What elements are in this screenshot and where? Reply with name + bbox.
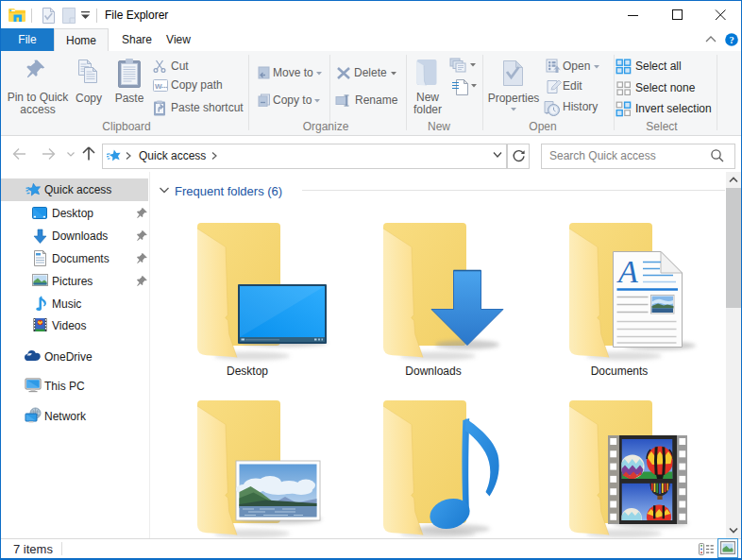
svg-text:A: A (616, 254, 638, 289)
svg-text:?: ? (729, 35, 734, 45)
svg-text:W: W (155, 82, 162, 91)
